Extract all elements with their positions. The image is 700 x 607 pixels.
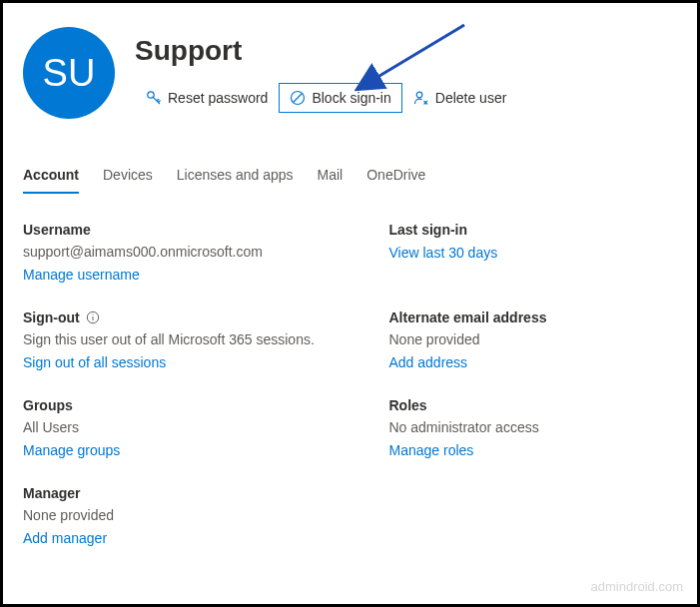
section-label: Manager [23,485,346,501]
user-delete-icon [413,90,429,106]
section-label: Sign-out [23,309,346,325]
avatar: SU [23,27,115,119]
tab-onedrive[interactable]: OneDrive [366,159,425,193]
section-signout: Sign-out Sign this user out of all Micro… [23,309,346,371]
section-label: Alternate email address [389,309,678,325]
delete-user-button[interactable]: Delete user [402,83,518,113]
section-alt-email: Alternate email address None provided Ad… [355,309,678,371]
svg-point-1 [148,92,154,98]
groups-value: All Users [23,419,346,435]
manage-groups-link[interactable]: Manage groups [23,442,120,458]
info-icon[interactable] [86,310,100,324]
view-last-30-days-link[interactable]: View last 30 days [389,245,498,261]
tabs: Account Devices Licenses and apps Mail O… [23,159,677,194]
svg-point-7 [92,314,93,315]
reset-password-button[interactable]: Reset password [135,83,279,113]
signout-value: Sign this user out of all Microsoft 365 … [23,331,346,347]
block-icon [290,90,306,106]
manage-username-link[interactable]: Manage username [23,267,140,283]
action-label: Delete user [435,90,507,106]
add-manager-link[interactable]: Add manager [23,530,107,546]
section-roles: Roles No administrator access Manage rol… [355,397,678,459]
page-title: Support [135,35,517,67]
username-value: support@aimams000.onmicrosoft.com [23,244,346,260]
alt-email-value: None provided [389,331,678,347]
roles-value: No administrator access [389,419,678,435]
section-label: Username [23,222,346,238]
manage-roles-link[interactable]: Manage roles [389,442,474,458]
tab-account[interactable]: Account [23,159,79,193]
action-label: Block sign-in [312,90,390,106]
manager-value: None provided [23,507,346,523]
section-manager: Manager None provided Add manager [23,485,346,547]
section-label: Roles [389,397,678,413]
block-signin-button[interactable]: Block sign-in [279,83,401,113]
section-last-signin: Last sign-in View last 30 days [355,222,678,284]
section-label: Groups [23,397,346,413]
signout-all-link[interactable]: Sign out of all sessions [23,354,166,370]
tab-licenses[interactable]: Licenses and apps [177,159,294,193]
svg-point-4 [416,92,422,98]
watermark: admindroid.com [591,579,684,594]
action-label: Reset password [168,90,268,106]
key-icon [146,90,162,106]
svg-line-3 [294,94,303,103]
section-groups: Groups All Users Manage groups [23,397,346,459]
tab-mail[interactable]: Mail [318,159,344,193]
section-username: Username support@aimams000.onmicrosoft.c… [23,222,346,284]
tab-devices[interactable]: Devices [103,159,153,193]
add-address-link[interactable]: Add address [389,354,468,370]
section-label: Last sign-in [389,222,678,238]
avatar-initials: SU [43,52,96,95]
